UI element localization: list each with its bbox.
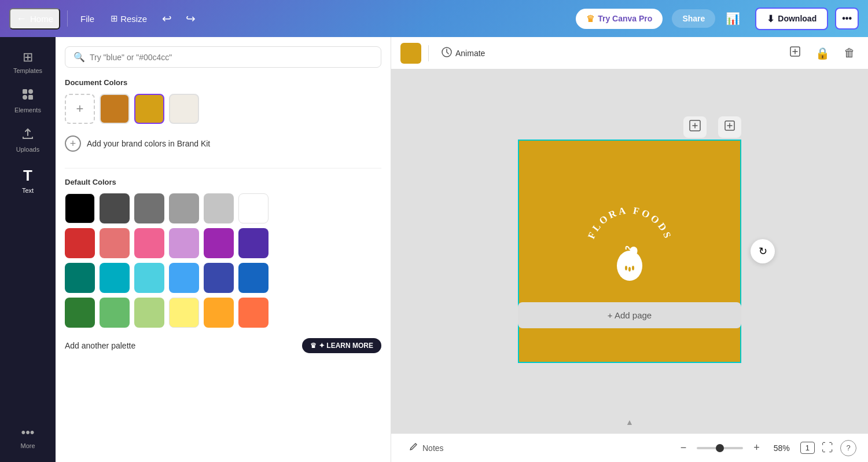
try-canva-pro-button[interactable]: ♛ Try Canva Pro <box>576 9 663 29</box>
default-color-red[interactable] <box>65 228 95 258</box>
default-color-dark-gray[interactable] <box>100 193 130 223</box>
canvas-viewport[interactable]: FLORA FOODS <box>391 69 868 433</box>
share-button[interactable]: Share <box>672 9 715 28</box>
lock-button[interactable]: 🔒 <box>812 43 833 64</box>
help-button[interactable]: ? <box>840 440 856 456</box>
animate-button[interactable]: Animate <box>436 43 491 63</box>
default-color-gray[interactable] <box>169 193 199 223</box>
sidebar-item-templates[interactable]: ⊞ Templates <box>5 44 51 80</box>
zoom-out-button[interactable]: − <box>676 439 692 456</box>
learn-more-button[interactable]: ♛ ✦ LEARN MORE <box>302 338 381 353</box>
notes-button[interactable]: Notes <box>403 438 450 457</box>
sidebar-item-text[interactable]: T Text <box>5 161 51 200</box>
selected-color-swatch[interactable] <box>400 43 421 64</box>
default-color-light-gray[interactable] <box>204 193 234 223</box>
default-color-black[interactable] <box>65 193 95 223</box>
default-color-light-cyan[interactable] <box>134 263 164 293</box>
undo-button[interactable]: ↩ <box>157 8 176 29</box>
add-to-canvas-button[interactable] <box>683 116 707 138</box>
canvas-design[interactable]: FLORA FOODS <box>518 140 741 363</box>
add-page-button[interactable]: + Add page <box>518 302 741 328</box>
brand-kit-plus-icon: + <box>65 135 81 152</box>
redo-button[interactable]: ↪ <box>181 8 200 29</box>
svg-point-9 <box>617 251 642 281</box>
animate-label: Animate <box>455 49 485 58</box>
default-color-indigo[interactable] <box>204 263 234 293</box>
refresh-button[interactable]: ↻ <box>751 239 775 263</box>
page-indicator[interactable]: 1 <box>800 442 815 454</box>
add-page-label: + Add page <box>608 310 652 320</box>
doc-color-cream[interactable] <box>169 94 199 124</box>
elements-icon <box>21 88 34 104</box>
default-color-cyan[interactable] <box>100 263 130 293</box>
default-color-teal[interactable] <box>65 263 95 293</box>
search-input[interactable] <box>90 53 373 62</box>
nav-divider-1 <box>67 10 68 27</box>
brand-kit-label: Add your brand colors in Brand Kit <box>87 139 210 148</box>
default-color-dark-purple[interactable] <box>238 228 269 258</box>
add-color-button[interactable]: + <box>65 94 95 124</box>
resize-icon: ⊞ <box>111 13 118 24</box>
toolbar-divider <box>428 45 429 61</box>
home-label: Home <box>30 14 53 24</box>
canvas-area: Animate 🔒 🗑 <box>391 37 868 462</box>
fullscreen-button[interactable]: ⛶ <box>822 441 833 454</box>
brand-kit-row[interactable]: + Add your brand colors in Brand Kit <box>65 135 381 152</box>
more-icon: ••• <box>21 425 34 440</box>
default-color-light-blue[interactable] <box>169 263 199 293</box>
sidebar-item-more[interactable]: ••• More <box>5 419 51 455</box>
resize-button[interactable]: ⊞ Resize <box>105 10 153 27</box>
default-color-lime[interactable] <box>134 298 164 328</box>
default-color-deep-orange[interactable] <box>238 298 269 328</box>
templates-icon: ⊞ <box>23 50 33 65</box>
lock-icon: 🔒 <box>815 47 830 60</box>
new-page-button[interactable] <box>718 116 741 138</box>
trash-button[interactable]: 🗑 <box>840 43 859 63</box>
sidebar-item-uploads[interactable]: Uploads <box>5 122 51 159</box>
sidebar-item-label-elements: Elements <box>14 107 41 113</box>
default-color-mid-gray[interactable] <box>134 193 164 223</box>
more-options-button[interactable]: ••• <box>835 8 859 30</box>
text-icon: T <box>23 167 32 185</box>
default-color-light-red[interactable] <box>100 228 130 258</box>
bottom-bar: Notes − + 58% 1 ⛶ ? <box>391 433 868 462</box>
svg-rect-2 <box>23 95 27 100</box>
download-icon: ⬇ <box>767 13 774 24</box>
add-to-canvas-icon <box>689 120 701 134</box>
default-color-white[interactable] <box>238 193 269 223</box>
default-color-pink[interactable] <box>134 228 164 258</box>
default-color-dark-green[interactable] <box>65 298 95 328</box>
add-palette-label: Add another palette <box>65 341 135 350</box>
default-color-light-purple[interactable] <box>169 228 199 258</box>
default-color-orange[interactable] <box>204 298 234 328</box>
home-button[interactable]: ← Home <box>9 8 60 30</box>
default-colors-grid <box>65 193 381 328</box>
magic-wand-icon <box>789 47 801 60</box>
default-color-green[interactable] <box>100 298 130 328</box>
uploads-icon <box>21 127 34 144</box>
zoom-slider[interactable] <box>697 447 743 449</box>
default-color-yellow[interactable] <box>169 298 199 328</box>
ellipsis-icon: ••• <box>842 13 852 24</box>
file-label: File <box>80 14 94 24</box>
default-color-dark-blue[interactable] <box>238 263 269 293</box>
share-label: Share <box>682 14 705 23</box>
stats-button[interactable]: 📊 <box>720 8 746 29</box>
download-button[interactable]: ⬇ Download <box>755 8 828 30</box>
trash-icon: 🗑 <box>844 46 855 59</box>
doc-color-orange[interactable] <box>100 94 130 124</box>
svg-point-1 <box>28 89 33 94</box>
magic-wand-button[interactable] <box>785 42 805 64</box>
file-button[interactable]: File <box>75 10 100 27</box>
svg-rect-0 <box>23 89 27 94</box>
canvas-frame: FLORA FOODS <box>518 140 741 363</box>
color-search-bar[interactable]: 🔍 <box>65 46 381 68</box>
zoom-level: 58% <box>770 443 793 453</box>
sidebar-item-elements[interactable]: Elements <box>5 82 51 119</box>
back-icon: ← <box>16 13 27 25</box>
svg-point-12 <box>632 266 634 270</box>
default-color-purple[interactable] <box>204 228 234 258</box>
zoom-in-button[interactable]: + <box>749 439 764 456</box>
doc-color-gold[interactable] <box>134 94 164 124</box>
search-icon: 🔍 <box>73 52 85 63</box>
